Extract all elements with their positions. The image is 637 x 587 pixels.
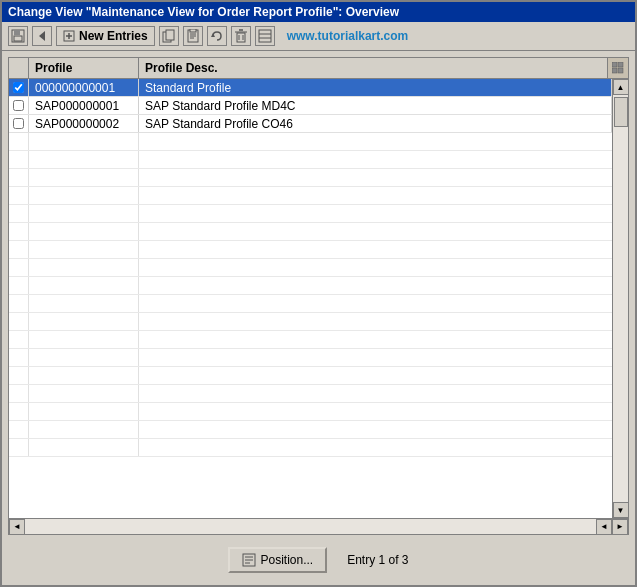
new-entries-label: New Entries: [79, 29, 148, 43]
bottom-bar: Position... Entry 1 of 3: [8, 541, 629, 579]
table-body: 000000000001 Standard Profile SAP0000000…: [9, 79, 628, 518]
window-title: Change View "Maintenance View for Order …: [8, 5, 399, 19]
cell-desc: SAP Standard Profile MD4C: [139, 97, 612, 114]
header-profile: Profile: [29, 58, 139, 78]
empty-profile-cell: [29, 421, 139, 438]
empty-profile-cell: [29, 385, 139, 402]
empty-profile-cell: [29, 439, 139, 456]
empty-desc-cell: [139, 367, 612, 384]
row-checkbox-input[interactable]: [13, 82, 24, 93]
svg-rect-2: [14, 36, 22, 41]
empty-checkbox-cell: [9, 187, 29, 204]
empty-desc-cell: [139, 385, 612, 402]
table-rows-area: 000000000001 Standard Profile SAP0000000…: [9, 79, 612, 518]
scroll-down-button[interactable]: ▼: [613, 502, 629, 518]
empty-desc-cell: [139, 349, 612, 366]
empty-profile-cell: [29, 223, 139, 240]
cell-profile: SAP000000001: [29, 97, 139, 114]
column-settings-icon[interactable]: [608, 58, 628, 78]
empty-checkbox-cell: [9, 223, 29, 240]
empty-profile-cell: [29, 403, 139, 420]
main-window: Change View "Maintenance View for Order …: [0, 0, 637, 587]
empty-checkbox-cell: [9, 439, 29, 456]
empty-desc-cell: [139, 241, 612, 258]
new-entries-button[interactable]: New Entries: [56, 26, 155, 46]
empty-table-row: [9, 367, 612, 385]
empty-desc-cell: [139, 151, 612, 168]
empty-checkbox-cell: [9, 241, 29, 258]
empty-table-row: [9, 313, 612, 331]
delete-icon[interactable]: [231, 26, 251, 46]
vertical-scrollbar: ▲ ▼: [612, 79, 628, 518]
empty-desc-cell: [139, 187, 612, 204]
position-button[interactable]: Position...: [228, 547, 327, 573]
scroll-up-button[interactable]: ▲: [613, 79, 629, 95]
h-scroll-right-button[interactable]: ◄: [596, 519, 612, 535]
empty-table-row: [9, 205, 612, 223]
empty-desc-cell: [139, 313, 612, 330]
empty-profile-cell: [29, 313, 139, 330]
empty-checkbox-cell: [9, 133, 29, 150]
table-row[interactable]: SAP000000002 SAP Standard Profile CO46: [9, 115, 612, 133]
empty-profile-cell: [29, 151, 139, 168]
scroll-left-button[interactable]: ◄: [9, 519, 25, 535]
empty-profile-cell: [29, 331, 139, 348]
empty-profile-cell: [29, 187, 139, 204]
empty-table-row: [9, 259, 612, 277]
empty-table-row: [9, 421, 612, 439]
empty-table-row: [9, 151, 612, 169]
paste-icon[interactable]: [183, 26, 203, 46]
cell-desc: SAP Standard Profile CO46: [139, 115, 612, 132]
empty-desc-cell: [139, 205, 612, 222]
table-row[interactable]: SAP000000001 SAP Standard Profile MD4C: [9, 97, 612, 115]
undo-icon[interactable]: [207, 26, 227, 46]
svg-rect-26: [618, 68, 623, 73]
table-header: Profile Profile Desc.: [9, 58, 628, 79]
table-container: Profile Profile Desc.: [8, 57, 629, 535]
empty-checkbox-cell: [9, 277, 29, 294]
scroll-thumb[interactable]: [614, 97, 628, 127]
table-row[interactable]: 000000000001 Standard Profile: [9, 79, 612, 97]
svg-rect-23: [612, 62, 617, 67]
row-checkbox-input[interactable]: [13, 118, 24, 129]
empty-profile-cell: [29, 259, 139, 276]
row-checkbox[interactable]: [9, 79, 29, 96]
empty-profile-cell: [29, 277, 139, 294]
empty-profile-cell: [29, 133, 139, 150]
svg-marker-3: [39, 31, 45, 41]
empty-profile-cell: [29, 169, 139, 186]
content-area: Profile Profile Desc.: [2, 51, 635, 585]
empty-checkbox-cell: [9, 331, 29, 348]
empty-table-row: [9, 439, 612, 457]
empty-desc-cell: [139, 439, 612, 456]
h-scroll-rightmost-button[interactable]: ►: [612, 519, 628, 535]
back-icon[interactable]: [32, 26, 52, 46]
svg-rect-1: [14, 30, 20, 35]
cell-desc: Standard Profile: [139, 79, 612, 96]
copy-icon[interactable]: [159, 26, 179, 46]
more-icon[interactable]: [255, 26, 275, 46]
save-icon[interactable]: [8, 26, 28, 46]
svg-rect-24: [618, 62, 623, 67]
entry-info: Entry 1 of 3: [347, 553, 408, 567]
empty-desc-cell: [139, 403, 612, 420]
empty-checkbox-cell: [9, 295, 29, 312]
empty-table-row: [9, 187, 612, 205]
position-label: Position...: [260, 553, 313, 567]
empty-desc-cell: [139, 223, 612, 240]
empty-desc-cell: [139, 133, 612, 150]
header-desc: Profile Desc.: [139, 58, 608, 78]
empty-profile-cell: [29, 241, 139, 258]
row-checkbox-input[interactable]: [13, 100, 24, 111]
h-scroll-right-area: ◄ ►: [596, 519, 628, 535]
row-checkbox[interactable]: [9, 115, 29, 132]
empty-desc-cell: [139, 277, 612, 294]
empty-checkbox-cell: [9, 367, 29, 384]
empty-table-row: [9, 349, 612, 367]
svg-rect-15: [237, 33, 245, 42]
row-checkbox[interactable]: [9, 97, 29, 114]
empty-table-row: [9, 331, 612, 349]
empty-checkbox-cell: [9, 403, 29, 420]
scroll-track: [613, 95, 628, 502]
empty-profile-cell: [29, 349, 139, 366]
